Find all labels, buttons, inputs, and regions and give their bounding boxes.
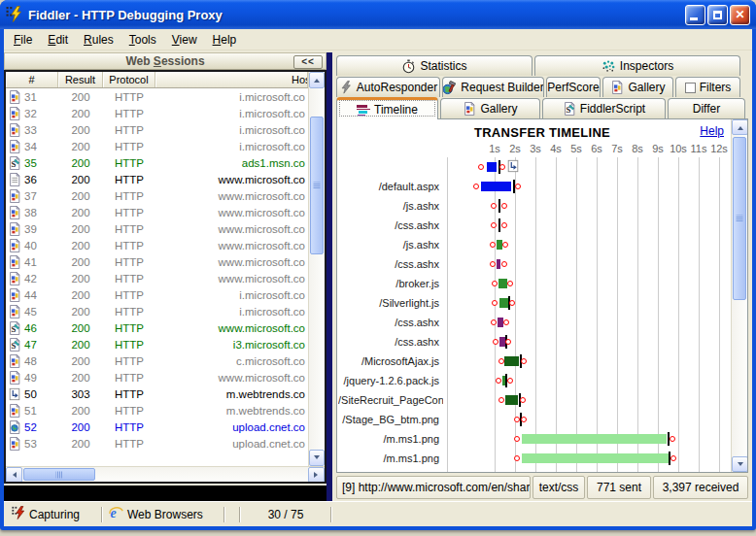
scroll-left-button[interactable] — [6, 467, 22, 483]
timeline-row: /MicrosoftAjax.js — [338, 352, 730, 371]
session-row[interactable]: S46200HTTPwww.microsoft.co — [6, 319, 308, 336]
session-row[interactable]: 42200HTTPwww.microsoft.co — [6, 270, 308, 286]
timing-circle — [473, 184, 479, 189]
timeline-vertical-scrollbar[interactable] — [731, 119, 747, 472]
tab-gallery[interactable]: Gallery — [602, 77, 673, 97]
menu-rules[interactable]: Rules — [76, 30, 121, 50]
column-header-num[interactable]: # — [6, 72, 58, 87]
session-result: 200 — [58, 256, 103, 268]
tab-fiddlerscript[interactable]: SFiddlerScript — [542, 98, 666, 118]
sessions-horizontal-scrollbar[interactable] — [6, 466, 325, 482]
help-link[interactable]: Help — [700, 124, 724, 138]
script-icon: S — [8, 338, 21, 352]
session-protocol: HTTP — [103, 355, 155, 367]
scroll-up-button[interactable] — [309, 72, 325, 88]
session-row[interactable]: 37200HTTPwww.microsoft.co — [6, 187, 308, 204]
minimize-button[interactable] — [685, 5, 705, 25]
session-host: i.microsoft.co — [155, 91, 308, 103]
session-row[interactable]: 34200HTTPi.microsoft.co — [6, 138, 308, 154]
session-protocol: HTTP — [103, 108, 155, 119]
scroll-right-button[interactable] — [308, 467, 325, 483]
menu-view[interactable]: View — [164, 30, 205, 50]
browsers-filter[interactable]: e Web Browsers — [103, 502, 223, 526]
transfer-bar — [522, 434, 667, 444]
scroll-down-button[interactable] — [309, 450, 325, 466]
web-sessions-header: Web Sessions << — [4, 52, 326, 70]
session-row[interactable]: 50303HTTPm.webtrends.co — [6, 385, 308, 402]
session-row[interactable]: 32200HTTPi.microsoft.co — [6, 105, 308, 121]
column-header-host[interactable]: Host — [155, 72, 308, 87]
fiddler-app-icon — [6, 6, 23, 23]
inspector-panel: StatisticsInspectors AutoResponderReques… — [332, 52, 750, 501]
scroll-thumb[interactable] — [733, 137, 746, 300]
column-header-protocol[interactable]: Protocol — [103, 72, 155, 87]
scroll-thumb[interactable] — [310, 117, 324, 254]
session-host: www.microsoft.co — [155, 240, 308, 251]
session-host: www.microsoft.co — [155, 207, 308, 218]
scroll-thumb[interactable] — [23, 468, 95, 481]
tab-gallery[interactable]: Gallery — [440, 98, 540, 118]
thumb-grip — [314, 183, 321, 189]
timeline-row-track — [443, 332, 730, 352]
tab-autoresponder[interactable]: AutoResponder — [336, 77, 440, 97]
session-row[interactable]: 41200HTTPwww.microsoft.co — [6, 253, 308, 270]
down-arrow-icon — [738, 462, 743, 469]
tab-perfscore[interactable]: PerfScore — [546, 77, 601, 97]
close-button[interactable]: ✕ — [730, 5, 750, 25]
script-icon: S — [8, 321, 21, 335]
scroll-down-button[interactable] — [732, 456, 748, 472]
session-row[interactable]: 51200HTTPm.webtrends.co — [6, 402, 308, 419]
collapse-panel-button[interactable]: << — [293, 55, 323, 69]
menu-file[interactable]: File — [6, 30, 40, 50]
session-row[interactable]: S35200HTTPads1.msn.co — [6, 154, 308, 171]
session-num: 45 — [6, 305, 58, 318]
session-num: 33 — [6, 123, 58, 137]
session-host: www.microsoft.co — [155, 372, 308, 384]
timeline-row: /js.ashx — [338, 235, 730, 254]
minimize-icon — [690, 17, 698, 20]
column-header-result[interactable]: Result — [58, 72, 103, 87]
session-host: www.microsoft.co — [155, 174, 308, 185]
menu-help[interactable]: Help — [205, 30, 245, 50]
timeline-row-label: /js.ashx — [338, 239, 443, 251]
session-protocol: HTTP — [103, 174, 155, 185]
session-row[interactable]: 52200HTTPupload.cnet.co — [6, 419, 308, 435]
timing-circle — [501, 203, 507, 209]
session-row[interactable]: 33200HTTPi.microsoft.co — [6, 121, 308, 138]
session-num: 31 — [6, 90, 58, 104]
tab-request-builder[interactable]: Request Builder — [442, 77, 544, 97]
session-row[interactable]: 36200HTTPwww.microsoft.co — [6, 171, 308, 187]
menu-tools[interactable]: Tools — [121, 30, 164, 50]
session-row[interactable]: 48200HTTPc.microsoft.co — [6, 352, 308, 369]
tab-filters[interactable]: Filters — [675, 77, 740, 97]
session-row[interactable]: 38200HTTPwww.microsoft.co — [6, 204, 308, 220]
scroll-up-button[interactable] — [732, 119, 748, 135]
timeline-row: /css.ashx — [338, 332, 730, 352]
image-icon — [8, 189, 21, 203]
tab-statistics[interactable]: Statistics — [336, 55, 533, 76]
session-row[interactable]: 45200HTTPi.microsoft.co — [6, 303, 308, 319]
session-row[interactable]: 39200HTTPwww.microsoft.co — [6, 220, 308, 237]
axis-label: 4s — [550, 143, 562, 154]
session-row[interactable]: 49200HTTPwww.microsoft.co — [6, 369, 308, 385]
session-result: 200 — [58, 124, 103, 136]
session-row[interactable]: 44200HTTPi.microsoft.co — [6, 286, 308, 303]
menu-edit[interactable]: Edit — [40, 30, 76, 50]
timeline-rows: /default.aspx/js.ashx/css.ashx/js.ashx/c… — [338, 157, 730, 468]
quickexec-input[interactable] — [4, 486, 326, 501]
session-status-strip: [9] http://www.microsoft.com/en/shared/c… — [336, 476, 748, 499]
maximize-button[interactable] — [707, 5, 728, 25]
tab-timeline[interactable]: Timeline — [336, 97, 438, 119]
timeline-row-label: /m.ms1.png — [338, 452, 443, 464]
sessions-vertical-scrollbar[interactable] — [308, 72, 325, 466]
image-icon — [8, 206, 21, 219]
session-host: i.microsoft.co — [155, 124, 308, 136]
tab-inspectors[interactable]: Inspectors — [534, 55, 740, 76]
session-row[interactable]: 31200HTTPi.microsoft.co — [6, 88, 308, 105]
session-row[interactable]: 53200HTTPupload.cnet.co — [6, 435, 308, 452]
capturing-toggle[interactable]: Capturing — [6, 502, 101, 526]
session-row[interactable]: 40200HTTPwww.microsoft.co — [6, 237, 308, 253]
tab-differ[interactable]: Differ — [668, 98, 745, 118]
session-row[interactable]: S47200HTTPi3.microsoft.co — [6, 336, 308, 352]
image-icon — [8, 107, 21, 120]
